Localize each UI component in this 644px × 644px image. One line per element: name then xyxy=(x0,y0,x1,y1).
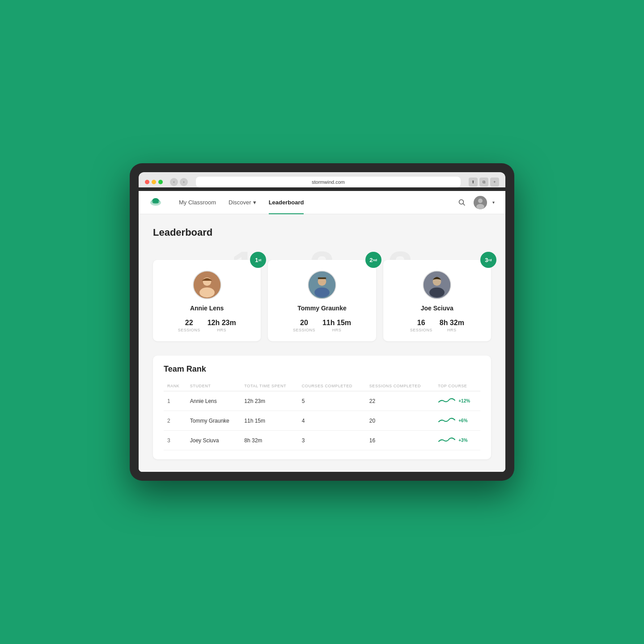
cell-sessions-1: 22 xyxy=(366,391,435,411)
cell-sessions-3: 16 xyxy=(366,431,435,450)
page-title: Leaderboard xyxy=(153,227,491,238)
cell-courses-1: 5 xyxy=(298,391,366,411)
cell-student-2: Tommy Graunke xyxy=(186,411,241,431)
table-row: 2 Tommy Graunke 11h 15m 4 20 +6% xyxy=(164,411,480,431)
rank-table: RANK STUDENT TOTAL TIME SPENT COURSES CO… xyxy=(164,381,480,450)
cell-rank-2: 2 xyxy=(164,411,186,431)
cell-trend-3: +3% xyxy=(434,431,480,450)
rank-card-2: 2nd Tommy Graunke xyxy=(268,260,376,341)
sparkline-3 xyxy=(438,435,456,445)
cell-trend-2: +6% xyxy=(434,411,480,431)
user-avatar[interactable] xyxy=(474,196,487,209)
cell-time-2: 11h 15m xyxy=(241,411,298,431)
col-student: STUDENT xyxy=(186,381,241,391)
cell-student-3: Joey Sciuva xyxy=(186,431,241,450)
browser-nav: ‹ › xyxy=(170,178,188,186)
col-courses: COURSES COMPLETED xyxy=(298,381,366,391)
rank-badge-2: 2nd xyxy=(365,252,381,268)
table-row: 3 Joey Sciuva 8h 32m 3 16 +3% xyxy=(164,431,480,450)
rank-badge-1: 1st xyxy=(250,252,266,268)
duplicate-button[interactable]: ⧉ xyxy=(479,178,488,186)
stormwind-logo-icon xyxy=(149,196,162,209)
student-stats-1: 22 SESSIONS 12h 23m HRS xyxy=(162,319,252,332)
table-header-row: RANK STUDENT TOTAL TIME SPENT COURSES CO… xyxy=(164,381,480,391)
nav-links: My Classroom Discover ▾ Leaderboard xyxy=(173,191,456,214)
rank-card-1: 1st Annie Lens xyxy=(153,260,261,341)
browser-titlebar: ‹ › stormwind.com ⬆ ⧉ + xyxy=(145,177,499,187)
col-time: TOTAL TIME SPENT xyxy=(241,381,298,391)
cell-courses-2: 4 xyxy=(298,411,366,431)
nav-my-classroom[interactable]: My Classroom xyxy=(173,191,222,214)
sparkline-1 xyxy=(438,396,456,406)
team-rank-title: Team Rank xyxy=(164,364,480,374)
avatar-annie xyxy=(193,271,221,299)
cell-time-1: 12h 23m xyxy=(241,391,298,411)
user-menu-arrow[interactable]: ▾ xyxy=(492,200,495,205)
leaderboard-cards-section: 1 2 3 1st xyxy=(153,249,491,341)
svg-point-14 xyxy=(314,288,330,298)
cell-sessions-2: 20 xyxy=(366,411,435,431)
minimize-button[interactable] xyxy=(152,180,156,184)
trend-value-2: +6% xyxy=(458,418,467,423)
main-content: Leaderboard 1 2 3 1st xyxy=(139,214,505,472)
team-rank-section: Team Rank RANK STUDENT TOTAL TIME SPENT … xyxy=(153,356,491,459)
browser-content: My Classroom Discover ▾ Leaderboard xyxy=(139,191,505,472)
cell-trend-1: +12% xyxy=(434,391,480,411)
col-top-course: TOP COURSE xyxy=(434,381,480,391)
share-button[interactable]: ⬆ xyxy=(469,178,478,186)
cell-student-1: Annie Lens xyxy=(186,391,241,411)
maximize-button[interactable] xyxy=(158,180,163,184)
svg-point-7 xyxy=(478,199,483,203)
browser-chrome: ‹ › stormwind.com ⬆ ⧉ + xyxy=(139,172,505,187)
hrs-stat-3: 8h 32m HRS xyxy=(440,319,464,332)
rank-card-3: 3rd Joe Sciuva xyxy=(383,260,491,341)
sparkline-2 xyxy=(438,415,456,426)
close-button[interactable] xyxy=(145,180,149,184)
rank-badge-3: 3rd xyxy=(480,252,496,268)
student-stats-2: 20 SESSIONS 11h 15m HRS xyxy=(277,319,367,332)
browser-actions: ⬆ ⧉ + xyxy=(469,178,499,186)
svg-rect-3 xyxy=(153,202,158,203)
col-sessions: SESSIONS COMPLETED xyxy=(366,381,435,391)
avatar-joe xyxy=(423,271,451,299)
new-tab-button[interactable]: + xyxy=(490,178,499,186)
svg-rect-15 xyxy=(318,277,326,279)
back-button[interactable]: ‹ xyxy=(170,178,178,186)
forward-button[interactable]: › xyxy=(180,178,188,186)
trend-value-1: +12% xyxy=(458,398,470,403)
search-button[interactable] xyxy=(456,196,468,209)
app-logo xyxy=(149,196,162,209)
hrs-stat-1: 12h 23m HRS xyxy=(208,319,236,332)
sessions-stat-3: 16 SESSIONS xyxy=(410,319,432,332)
table-row: 1 Annie Lens 12h 23m 5 22 +12% xyxy=(164,391,480,411)
app-navbar: My Classroom Discover ▾ Leaderboard xyxy=(139,191,505,214)
svg-point-18 xyxy=(429,288,445,298)
trend-value-3: +3% xyxy=(458,438,467,443)
nav-actions: ▾ xyxy=(456,196,495,209)
hrs-stat-2: 11h 15m HRS xyxy=(322,319,351,332)
chevron-down-icon: ▾ xyxy=(253,199,256,206)
cell-rank-3: 3 xyxy=(164,431,186,450)
cell-time-3: 8h 32m xyxy=(241,431,298,450)
student-name-1: Annie Lens xyxy=(190,305,224,312)
svg-point-11 xyxy=(199,288,215,298)
sessions-stat-2: 20 SESSIONS xyxy=(293,319,315,332)
address-bar[interactable]: stormwind.com xyxy=(196,177,461,187)
sessions-stat-1: 22 SESSIONS xyxy=(178,319,200,332)
cell-courses-3: 3 xyxy=(298,431,366,450)
col-rank: RANK xyxy=(164,381,186,391)
ipad-frame: ‹ › stormwind.com ⬆ ⧉ + xyxy=(130,163,514,481)
nav-leaderboard[interactable]: Leaderboard xyxy=(263,191,310,214)
student-name-3: Joe Sciuva xyxy=(421,305,453,312)
student-name-2: Tommy Graunke xyxy=(297,305,346,312)
svg-line-5 xyxy=(463,203,465,205)
nav-discover[interactable]: Discover ▾ xyxy=(222,191,263,214)
leaderboard-cards: 1st Annie Lens xyxy=(153,249,491,341)
traffic-lights xyxy=(145,180,163,184)
cell-rank-1: 1 xyxy=(164,391,186,411)
svg-point-8 xyxy=(476,204,484,209)
student-stats-3: 16 SESSIONS 8h 32m HRS xyxy=(392,319,482,332)
avatar-tommy xyxy=(308,271,336,299)
url-text: stormwind.com xyxy=(312,179,345,185)
